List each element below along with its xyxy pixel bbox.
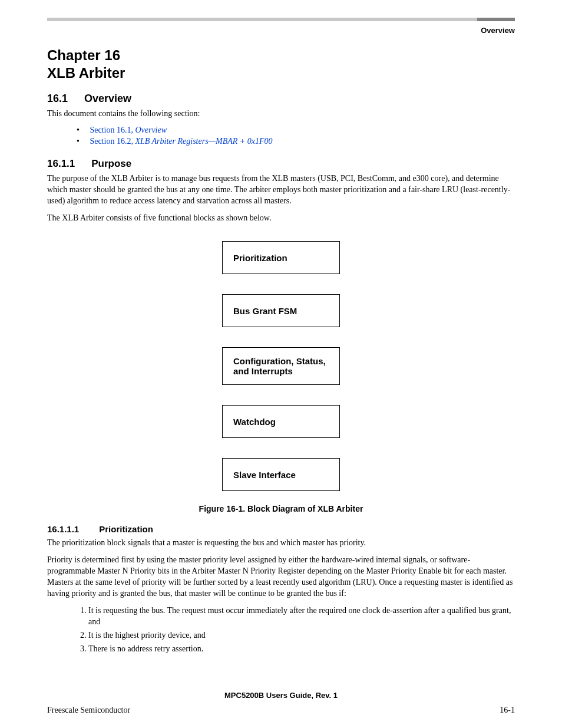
diagram-block-watchdog: Watchdog: [222, 405, 340, 438]
toc-list: Section 16.1, Overview Section 16.2, XLB…: [77, 126, 515, 146]
section-title: Prioritization: [99, 524, 153, 534]
chapter-name: XLB Arbiter: [47, 65, 125, 81]
overview-intro-text: This document contains the following sec…: [47, 108, 515, 120]
header-rule: [47, 18, 515, 21]
running-header: Overview: [47, 26, 515, 35]
purpose-paragraph-1: The purpose of the XLB Arbiter is to man…: [47, 173, 515, 207]
diagram-block-prioritization: Prioritization: [222, 241, 340, 274]
diagram-block-label: Watchdog: [233, 417, 276, 427]
section-number: 16.1.1.1: [47, 524, 79, 534]
footer-page-number: 16-1: [500, 706, 515, 715]
prioritization-paragraph-2: Priority is determined first by using th…: [47, 555, 515, 599]
conditions-list: It is requesting the bus. The request mu…: [77, 605, 515, 655]
diagram-block-label: Prioritization: [233, 253, 287, 263]
section-title: Purpose: [91, 158, 131, 169]
section-heading-purpose: 16.1.1Purpose: [47, 158, 515, 170]
purpose-paragraph-2: The XLB Arbiter consists of five functio…: [47, 213, 515, 224]
toc-link-title[interactable]: XLB Arbiter Registers—MBAR + 0x1F00: [135, 137, 272, 146]
diagram-block-bus-grant-fsm: Bus Grant FSM: [222, 294, 340, 327]
prioritization-paragraph-1: The prioritization block signals that a …: [47, 538, 515, 549]
toc-link-title[interactable]: Overview: [135, 126, 167, 134]
block-diagram: Prioritization Bus Grant FSM Configurati…: [47, 241, 515, 491]
list-item: It is the highest priority device, and: [88, 630, 515, 641]
section-heading-overview: 16.1Overview: [47, 93, 515, 105]
section-title: Overview: [84, 93, 131, 104]
footer-company: Freescale Semiconductor: [47, 706, 130, 715]
toc-link[interactable]: Section 16.1,: [90, 126, 135, 134]
chapter-title: Chapter 16 XLB Arbiter: [47, 47, 515, 82]
diagram-block-label: Bus Grant FSM: [233, 306, 297, 316]
footer-doc-title: MPC5200B Users Guide, Rev. 1: [0, 691, 562, 700]
toc-item: Section 16.1, Overview: [77, 126, 515, 135]
list-item: It is requesting the bus. The request mu…: [88, 605, 515, 628]
section-heading-prioritization: 16.1.1.1Prioritization: [47, 524, 515, 534]
section-number: 16.1.1: [47, 158, 75, 169]
section-number: 16.1: [47, 93, 68, 104]
diagram-block-label: Slave Interface: [233, 470, 296, 480]
chapter-number: Chapter 16: [47, 47, 120, 63]
diagram-block-label: Configuration, Status, and Interrupts: [233, 356, 329, 376]
diagram-block-config-status-interrupts: Configuration, Status, and Interrupts: [222, 347, 340, 385]
list-item: There is no address retry assertion.: [88, 644, 515, 655]
figure-caption: Figure 16-1. Block Diagram of XLB Arbite…: [47, 504, 515, 513]
toc-item: Section 16.2, XLB Arbiter Registers—MBAR…: [77, 137, 515, 146]
toc-link[interactable]: Section 16.2,: [90, 137, 135, 146]
diagram-block-slave-interface: Slave Interface: [222, 458, 340, 491]
